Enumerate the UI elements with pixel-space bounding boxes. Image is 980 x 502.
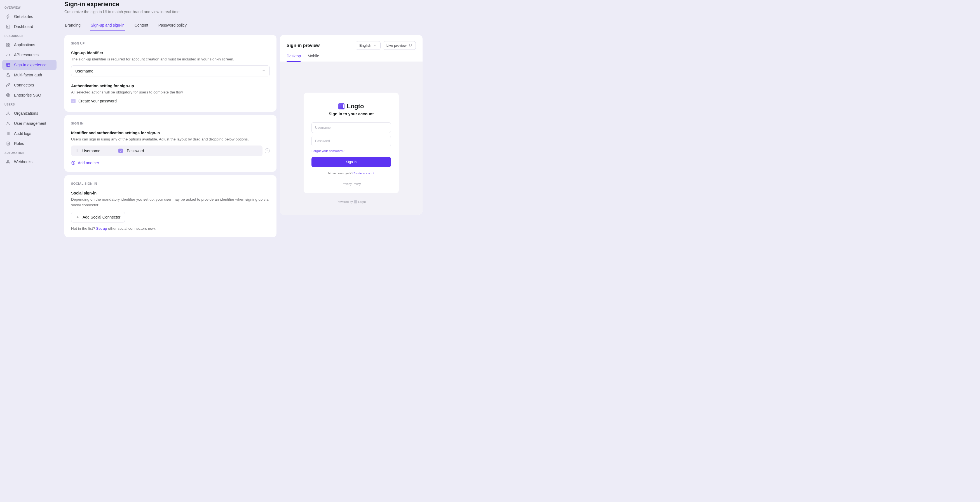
signin-method-row[interactable]: Username Password	[71, 146, 262, 156]
tab-branding[interactable]: Branding	[64, 20, 81, 31]
sidebar-section-overview: OVERVIEW	[2, 3, 57, 11]
list-icon	[6, 131, 11, 136]
sidebar-item-label: Multi-factor auth	[14, 73, 42, 77]
signup-card: SIGN UP Sign-up identifier The sign-up i…	[64, 35, 277, 112]
checkbox-checked-icon	[71, 99, 76, 103]
sidebar-item-organizations[interactable]: Organizations	[2, 108, 57, 118]
powered-by: Powered by Logto	[337, 200, 366, 203]
signup-auth-title: Authentication setting for sign-up	[71, 84, 270, 88]
forgot-password-link[interactable]: Forgot your password?	[312, 149, 391, 153]
preview-body: Logto Sign in to your account Username P…	[280, 62, 423, 214]
signin-title: Identifier and authentication settings f…	[71, 131, 270, 135]
preview-heading: Sign in to your account	[312, 112, 391, 116]
sidebar-item-label: Webhooks	[14, 159, 32, 164]
social-title: Social sign-in	[71, 191, 270, 195]
sidebar-item-applications[interactable]: Applications	[2, 40, 57, 50]
layout-icon	[6, 62, 11, 67]
sidebar-item-api-resources[interactable]: API resources	[2, 50, 57, 60]
live-preview-button[interactable]: Live preview	[383, 41, 416, 50]
sidebar-item-label: API resources	[14, 52, 39, 57]
sidebar-item-label: Organizations	[14, 111, 38, 116]
sidebar-item-user-management[interactable]: User management	[2, 118, 57, 129]
setup-link[interactable]: Set up	[96, 226, 107, 230]
svg-point-21	[77, 151, 78, 151]
add-social-connector-label: Add Social Connector	[83, 215, 120, 219]
checkbox-checked-icon[interactable]	[118, 149, 123, 153]
signup-identifier-desc: The sign-up identifier is required for a…	[71, 57, 270, 62]
signup-identifier-value: Username	[75, 69, 94, 73]
sidebar-item-get-started[interactable]: Get started	[2, 11, 57, 22]
language-select[interactable]: English	[356, 41, 380, 50]
remove-button[interactable]	[265, 148, 270, 153]
sidebar-item-enterprise-sso[interactable]: Enterprise SSO	[2, 90, 57, 100]
drag-handle-icon[interactable]	[75, 149, 78, 153]
create-account-link[interactable]: Create account	[352, 172, 374, 175]
preview-title: Sign-in preview	[286, 43, 320, 48]
sidebar-item-label: Sign-in experience	[14, 63, 46, 67]
sidebar-item-dashboard[interactable]: Dashboard	[2, 22, 57, 32]
sidebar-item-label: Get started	[14, 14, 33, 19]
svg-rect-5	[6, 64, 10, 67]
signup-identifier-select[interactable]: Username	[71, 65, 270, 76]
signup-identifier-title: Sign-up identifier	[71, 51, 270, 55]
social-section-label: SOCIAL SIGN-IN	[71, 182, 270, 185]
add-another-button[interactable]: Add another	[71, 160, 270, 165]
chevron-down-icon	[262, 68, 266, 73]
preview-tab-desktop[interactable]: Desktop	[286, 54, 301, 62]
building-icon	[6, 93, 11, 98]
svg-point-17	[76, 149, 76, 150]
social-hint: Not in the list? Set up other social con…	[71, 226, 270, 230]
tab-password-policy[interactable]: Password policy	[158, 20, 187, 31]
svg-point-22	[77, 151, 78, 152]
dashboard-icon	[6, 24, 11, 29]
language-value: English	[359, 43, 371, 48]
signin-desc: Users can sign in using any of the optio…	[71, 137, 270, 142]
svg-point-11	[7, 122, 9, 123]
create-password-checkbox-row[interactable]: Create your password	[71, 99, 270, 103]
page-subtitle: Customize the sign in UI to match your b…	[64, 10, 423, 14]
preview-brand: Logto	[347, 103, 364, 110]
sidebar-item-sign-in-experience[interactable]: Sign-in experience	[2, 60, 57, 70]
org-icon	[6, 111, 11, 116]
svg-point-13	[8, 143, 9, 143]
svg-rect-3	[6, 45, 8, 46]
tab-content[interactable]: Content	[134, 20, 149, 31]
tab-signup-signin[interactable]: Sign-up and sign-in	[90, 20, 125, 31]
create-password-label: Create your password	[78, 99, 117, 103]
cloud-icon	[6, 52, 11, 57]
sidebar-item-mfa[interactable]: Multi-factor auth	[2, 70, 57, 80]
external-link-icon	[409, 43, 412, 48]
svg-point-19	[76, 151, 76, 152]
svg-point-10	[9, 114, 10, 115]
sidebar-item-audit-logs[interactable]: Audit logs	[2, 129, 57, 138]
preview-logo: Logto	[312, 103, 391, 110]
svg-rect-6	[7, 75, 9, 77]
signin-card: SIGN IN Identifier and authentication se…	[64, 115, 277, 172]
signin-section-label: SIGN IN	[71, 122, 270, 125]
svg-point-18	[76, 151, 76, 151]
preview-tab-mobile[interactable]: Mobile	[307, 54, 319, 62]
preview-username-input[interactable]: Username	[312, 122, 391, 133]
sidebar-item-label: Applications	[14, 43, 35, 47]
sidebar-item-webhooks[interactable]: Webhooks	[2, 157, 57, 167]
privacy-link[interactable]: Privacy Policy	[312, 182, 391, 186]
preview-panel: Sign-in preview English Live preview Des	[280, 35, 423, 214]
svg-point-14	[6, 162, 8, 163]
preview-signin-button[interactable]: Sign in	[312, 157, 391, 167]
add-another-label: Add another	[78, 160, 99, 165]
social-desc: Depending on the mandatory identifier yo…	[71, 197, 270, 208]
sidebar-item-label: User management	[14, 121, 46, 126]
add-social-connector-button[interactable]: Add Social Connector	[71, 212, 125, 222]
preview-window: Logto Sign in to your account Username P…	[304, 93, 399, 193]
signup-section-label: SIGN UP	[71, 42, 270, 45]
link-icon	[6, 83, 11, 87]
sidebar-item-connectors[interactable]: Connectors	[2, 80, 57, 90]
svg-rect-2	[8, 43, 10, 44]
sidebar-item-roles[interactable]: Roles	[2, 138, 57, 149]
svg-point-20	[77, 149, 78, 150]
preview-password-input[interactable]: Password	[312, 136, 391, 146]
no-account-text: No account yet? Create account	[312, 172, 391, 175]
logo-small-icon	[354, 200, 357, 203]
svg-rect-4	[8, 45, 10, 46]
tabs: Branding Sign-up and sign-in Content Pas…	[64, 20, 423, 31]
